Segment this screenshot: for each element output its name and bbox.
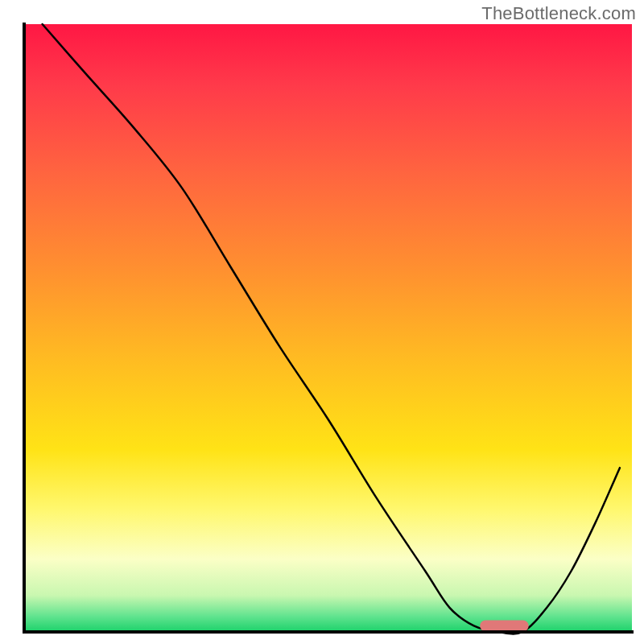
bottleneck-chart xyxy=(0,0,644,644)
chart-container: TheBottleneck.com xyxy=(0,0,644,644)
optimal-range-marker xyxy=(480,620,528,631)
plot-background xyxy=(24,24,632,632)
